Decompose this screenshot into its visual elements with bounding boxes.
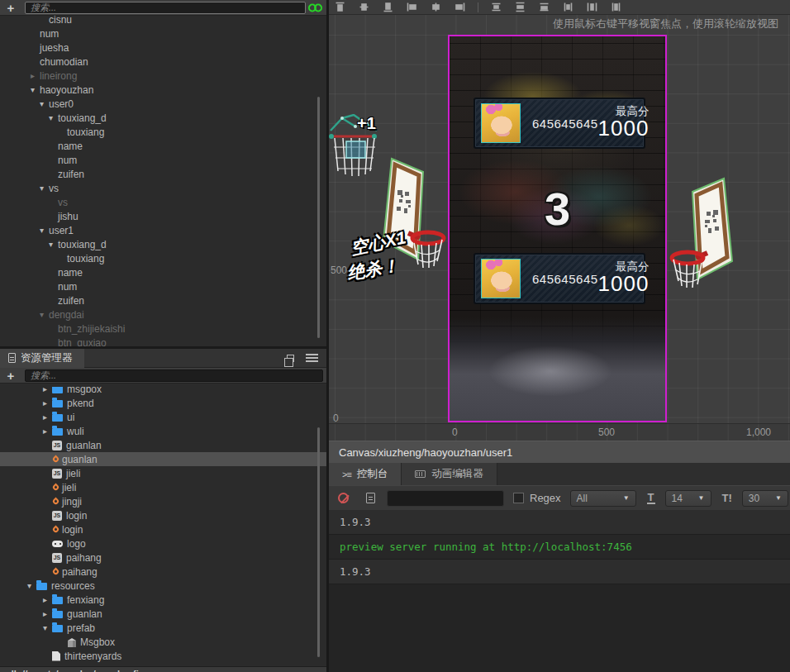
assets-search-input[interactable] bbox=[25, 369, 323, 382]
console-log-row[interactable]: 1.9.3 bbox=[329, 560, 790, 584]
asset-item[interactable]: guanlan bbox=[0, 452, 326, 466]
collapse-arrow-icon[interactable]: ▾ bbox=[49, 113, 58, 122]
expand-arrow-icon[interactable]: ▸ bbox=[43, 412, 52, 422]
asset-item[interactable]: ▸fenxiang bbox=[0, 593, 326, 607]
collapse-arrow-icon[interactable]: ▾ bbox=[40, 183, 49, 193]
assets-add-button[interactable]: + bbox=[0, 369, 21, 383]
expand-arrow-icon[interactable]: ▸ bbox=[43, 595, 52, 604]
font-size-dropdown[interactable]: 14 bbox=[665, 490, 711, 507]
hierarchy-item[interactable]: touxiang bbox=[0, 251, 326, 265]
collapse-arrow-icon[interactable]: ▾ bbox=[31, 85, 40, 94]
distribute-bottom-icon[interactable] bbox=[538, 1, 550, 13]
link-icon[interactable] bbox=[307, 0, 324, 17]
console-log-row[interactable]: 1.9.3 bbox=[329, 510, 790, 535]
align-bottom-icon[interactable] bbox=[382, 1, 394, 13]
asset-item[interactable]: ▸pkend bbox=[0, 396, 326, 410]
assets-scrollbar[interactable] bbox=[317, 427, 320, 657]
hierarchy-item[interactable]: ▾touxiang_d bbox=[0, 111, 326, 125]
line-count-dropdown[interactable]: 30 bbox=[742, 490, 788, 507]
hierarchy-item[interactable]: ▾user0 bbox=[0, 97, 326, 111]
asset-item[interactable]: ▾prefab bbox=[0, 621, 326, 635]
hierarchy-item[interactable]: touxiang bbox=[0, 125, 326, 139]
hierarchy-item[interactable]: ▾haoyouzhan bbox=[0, 83, 326, 97]
asset-item[interactable]: thirteenyards bbox=[0, 649, 326, 663]
scene-view[interactable]: 使用鼠标右键平移视窗焦点，使用滚轮缩放视图 645645645 最高分 1000… bbox=[329, 15, 790, 423]
collapse-arrow-icon[interactable]: ▾ bbox=[49, 240, 58, 249]
console-log-row[interactable]: preview server running at http://localho… bbox=[329, 535, 790, 560]
collapse-arrow-icon[interactable]: ▾ bbox=[40, 226, 49, 235]
align-left-icon[interactable] bbox=[406, 1, 418, 13]
asset-item[interactable]: login bbox=[0, 508, 326, 522]
hierarchy-add-node-button[interactable]: + bbox=[0, 1, 21, 15]
asset-item[interactable]: ▸guanlan bbox=[0, 607, 326, 621]
hierarchy-item[interactable]: juesha bbox=[0, 41, 326, 55]
hierarchy-item[interactable]: vs bbox=[0, 195, 326, 209]
asset-item[interactable]: ▸msgbox bbox=[0, 387, 326, 396]
collapse-arrow-icon[interactable]: ▾ bbox=[40, 99, 49, 108]
asset-item[interactable]: Msgbox bbox=[0, 635, 326, 649]
asset-item[interactable]: paihang bbox=[0, 550, 326, 565]
asset-item[interactable]: logo bbox=[0, 536, 326, 550]
expand-arrow-icon[interactable]: ▸ bbox=[43, 398, 52, 407]
asset-item[interactable]: ▸wuli bbox=[0, 424, 326, 438]
hierarchy-item[interactable]: name bbox=[0, 139, 326, 153]
tab-assets[interactable]: 资源管理器 bbox=[0, 349, 84, 368]
hierarchy-item[interactable]: btn_quxiao bbox=[0, 336, 326, 346]
hierarchy-search-input[interactable] bbox=[25, 2, 306, 14]
distribute-left-icon[interactable] bbox=[562, 1, 574, 13]
hierarchy-item[interactable]: ▸lineirong bbox=[0, 69, 326, 83]
hierarchy-item[interactable]: name bbox=[0, 265, 326, 279]
distribute-center-icon[interactable] bbox=[586, 1, 598, 13]
game-canvas[interactable]: 645645645 最高分 1000 3 645645645 最高分 1000 bbox=[448, 35, 667, 422]
expand-arrow-icon[interactable]: ▸ bbox=[43, 387, 52, 393]
hierarchy-item[interactable]: zuifen bbox=[0, 167, 326, 181]
asset-item[interactable]: jieli bbox=[0, 466, 326, 480]
expand-arrow-icon[interactable]: ▸ bbox=[43, 609, 52, 618]
distribute-top-icon[interactable] bbox=[490, 1, 502, 13]
hierarchy-item[interactable]: zuifen bbox=[0, 293, 326, 307]
align-right-icon[interactable] bbox=[454, 1, 466, 13]
distribute-middle-icon[interactable] bbox=[514, 1, 526, 13]
asset-item[interactable]: jingji bbox=[0, 494, 326, 508]
asset-item[interactable]: paihang bbox=[0, 565, 326, 579]
hierarchy-item[interactable]: jishu bbox=[0, 209, 326, 223]
expand-arrow-icon[interactable]: ▸ bbox=[43, 427, 52, 436]
open-log-file-icon[interactable] bbox=[366, 493, 375, 503]
tab-console[interactable]: >≡ 控制台 bbox=[329, 463, 402, 485]
hierarchy-item[interactable]: ▾vs bbox=[0, 181, 326, 195]
player1-id: 645645645 bbox=[532, 272, 598, 286]
hierarchy-tree[interactable]: cisnunumjueshachumodian▸lineirong▾haoyou… bbox=[0, 16, 326, 346]
asset-item[interactable]: ▾resources bbox=[0, 579, 326, 593]
hierarchy-item[interactable]: cisnu bbox=[0, 16, 326, 26]
collapse-arrow-icon[interactable]: ▾ bbox=[27, 581, 36, 590]
hierarchy-item[interactable]: btn_zhijiekaishi bbox=[0, 322, 326, 336]
hierarchy-scrollbar[interactable] bbox=[317, 97, 320, 338]
asset-item[interactable]: ▸ui bbox=[0, 410, 326, 424]
asset-item[interactable]: guanlan bbox=[0, 438, 326, 452]
align-top-icon[interactable] bbox=[334, 1, 346, 13]
align-middle-icon[interactable] bbox=[358, 1, 370, 13]
regex-checkbox[interactable] bbox=[513, 493, 524, 503]
asset-item[interactable]: jieli bbox=[0, 480, 326, 494]
collapse-arrow-icon[interactable]: ▾ bbox=[40, 310, 49, 319]
hierarchy-item[interactable]: num bbox=[0, 26, 326, 41]
distribute-right-icon[interactable] bbox=[610, 1, 622, 13]
popout-panel-icon[interactable] bbox=[287, 355, 294, 362]
hierarchy-item[interactable]: chumodian bbox=[0, 55, 326, 69]
collapse-arrow-icon[interactable]: ▾ bbox=[43, 623, 52, 632]
hierarchy-item[interactable]: num bbox=[0, 153, 326, 167]
assets-tree[interactable]: ▸msgbox▸pkend▸ui▸wuliguanlanguanlanjieli… bbox=[0, 387, 326, 666]
tab-animation-editor[interactable]: 动画编辑器 bbox=[402, 463, 497, 485]
log-level-dropdown[interactable]: All bbox=[570, 490, 636, 507]
hierarchy-item[interactable]: ▾touxiang_d bbox=[0, 237, 326, 251]
hierarchy-item[interactable]: ▾user1 bbox=[0, 223, 326, 237]
hierarchy-item[interactable]: num bbox=[0, 279, 326, 293]
clear-logs-icon[interactable] bbox=[338, 493, 349, 503]
asset-item[interactable]: login bbox=[0, 522, 326, 536]
hierarchy-item[interactable]: ▾dengdai bbox=[0, 307, 326, 322]
align-center-icon[interactable] bbox=[430, 1, 442, 13]
console-filter-input[interactable] bbox=[387, 490, 504, 507]
expand-arrow-icon[interactable]: ▸ bbox=[31, 71, 40, 80]
backboard-right-image[interactable] bbox=[669, 174, 744, 289]
panel-menu-icon[interactable] bbox=[306, 354, 318, 362]
